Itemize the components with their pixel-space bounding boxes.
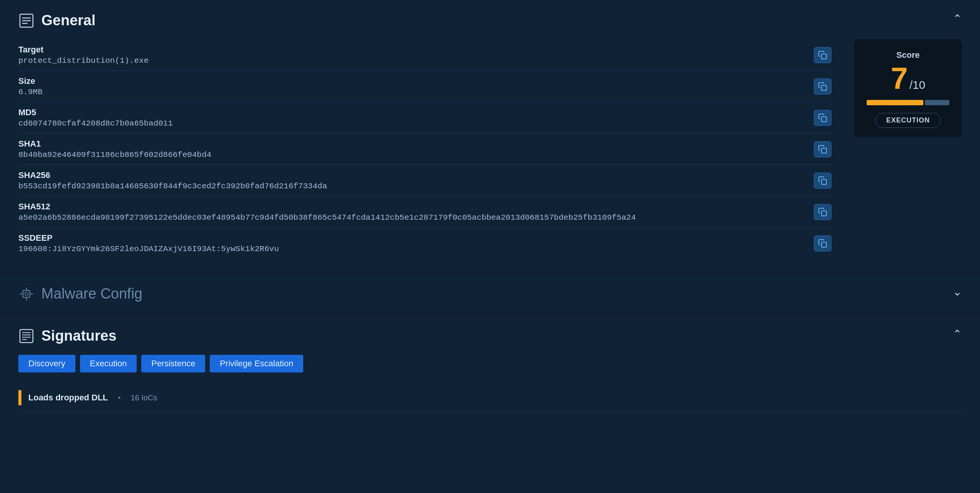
- field-value-size: 6.9MB: [18, 88, 806, 96]
- svg-rect-4: [822, 54, 826, 59]
- copy-button-ssdeep[interactable]: [814, 235, 831, 251]
- filter-tags: Discovery Execution Persistence Privileg…: [18, 355, 962, 372]
- score-value-wrapper: 7 /10: [891, 63, 925, 94]
- field-content-sha512: SHA512 a5e02a6b52886ecda98199f27395122e5…: [18, 202, 806, 222]
- chevron-up-icon-signatures: ⌃: [953, 328, 962, 340]
- filter-tag-privilege-escalation[interactable]: Privilege Escalation: [210, 355, 303, 372]
- score-bar-empty: [925, 100, 949, 105]
- copy-button-md5[interactable]: [814, 110, 831, 126]
- svg-rect-8: [822, 180, 826, 184]
- field-row-sha256: SHA256 b553cd19fefd923981b8a14685630f844…: [18, 165, 831, 196]
- field-label-ssdeep: SSDEEP: [18, 233, 806, 243]
- malware-config-section: Malware Config ⌄: [0, 273, 980, 315]
- svg-rect-11: [23, 291, 30, 297]
- general-section-header: General: [18, 12, 962, 29]
- signatures-section: Signatures ⌃ Discovery Execution Persist…: [0, 315, 980, 493]
- general-section: General ⌃ Target protect_distribution(1)…: [0, 0, 980, 273]
- field-value-sha256: b553cd19fefd923981b8a14685630f844f9c3ced…: [18, 182, 806, 191]
- field-content-md5: MD5 cd6074780cfaf4208d8c7b0a65bad011: [18, 108, 806, 128]
- malware-config-title: Malware Config: [41, 286, 142, 302]
- field-row-size: Size 6.9MB: [18, 71, 831, 102]
- field-row-md5: MD5 cd6074780cfaf4208d8c7b0a65bad011: [18, 102, 831, 134]
- filter-tag-discovery[interactable]: Discovery: [18, 355, 75, 372]
- score-card: Score 7 /10 EXECUTION: [854, 39, 962, 137]
- field-label-size: Size: [18, 76, 806, 86]
- field-content-target: Target protect_distribution(1).exe: [18, 45, 806, 65]
- score-badge: EXECUTION: [875, 113, 941, 128]
- score-bar: [867, 100, 949, 105]
- signature-row-loads-dropped-dll: Loads dropped DLL • 16 IoCs: [18, 383, 962, 413]
- score-label: Score: [896, 50, 920, 60]
- field-content-sha256: SHA256 b553cd19fefd923981b8a14685630f844…: [18, 170, 806, 191]
- field-value-md5: cd6074780cfaf4208d8c7b0a65bad011: [18, 119, 806, 128]
- signatures-title: Signatures: [41, 328, 116, 344]
- svg-rect-7: [822, 148, 826, 153]
- sig-name: Loads dropped DLL: [28, 393, 108, 403]
- field-content-sha1: SHA1 8b40ba92e46409f31186cb865f602d866fe…: [18, 139, 806, 159]
- field-label-md5: MD5: [18, 108, 806, 118]
- field-label-sha512: SHA512: [18, 202, 806, 212]
- field-value-ssdeep: 196608:Ji8YzGYYmk26SF2leoJDAIZAxjV16I93A…: [18, 245, 806, 253]
- general-title: General: [41, 12, 96, 29]
- filter-tag-persistence[interactable]: Persistence: [141, 355, 205, 372]
- signatures-icon: [18, 328, 34, 344]
- malware-config-header: Malware Config: [18, 286, 962, 302]
- copy-button-size[interactable]: [814, 78, 831, 95]
- field-row-sha1: SHA1 8b40ba92e46409f31186cb865f602d866fe…: [18, 134, 831, 165]
- copy-button-sha512[interactable]: [814, 204, 831, 220]
- field-content-size: Size 6.9MB: [18, 76, 806, 96]
- field-content-ssdeep: SSDEEP 196608:Ji8YzGYYmk26SF2leoJDAIZAxj…: [18, 233, 806, 253]
- field-row-sha512: SHA512 a5e02a6b52886ecda98199f27395122e5…: [18, 196, 831, 228]
- filter-tag-execution[interactable]: Execution: [80, 355, 137, 372]
- signatures-toggle-button[interactable]: ⌃: [953, 328, 962, 340]
- general-icon: [18, 13, 34, 29]
- svg-rect-5: [822, 85, 826, 90]
- svg-rect-6: [822, 117, 826, 122]
- malware-config-toggle-button[interactable]: ⌄: [953, 286, 962, 298]
- sig-count: 16 IoCs: [131, 393, 157, 402]
- sig-separator: •: [118, 393, 121, 403]
- score-number: 7: [891, 63, 908, 94]
- copy-button-sha1[interactable]: [814, 141, 831, 157]
- chevron-up-icon: ⌃: [953, 13, 962, 24]
- score-bar-filled: [867, 100, 923, 105]
- field-row-target: Target protect_distribution(1).exe: [18, 39, 831, 71]
- page-wrapper: General ⌃ Target protect_distribution(1)…: [0, 0, 980, 493]
- signatures-section-header: Signatures: [18, 328, 962, 344]
- copy-button-sha256[interactable]: [814, 173, 831, 189]
- general-content: Target protect_distribution(1).exe Size: [18, 39, 962, 259]
- field-value-sha1: 8b40ba92e46409f31186cb865f602d866fe04bd4: [18, 150, 806, 159]
- svg-rect-9: [822, 211, 826, 216]
- field-value-target: protect_distribution(1).exe: [18, 56, 806, 65]
- chevron-down-icon: ⌄: [953, 286, 962, 298]
- field-label-sha256: SHA256: [18, 170, 806, 180]
- malware-config-icon: [18, 286, 34, 302]
- field-row-ssdeep: SSDEEP 196608:Ji8YzGYYmk26SF2leoJDAIZAxj…: [18, 228, 831, 259]
- field-label-target: Target: [18, 45, 806, 55]
- general-fields: Target protect_distribution(1).exe Size: [18, 39, 831, 259]
- sig-indicator: [18, 390, 21, 405]
- svg-rect-17: [20, 330, 33, 343]
- field-label-sha1: SHA1: [18, 139, 806, 149]
- field-value-sha512: a5e02a6b52886ecda98199f27395122e5ddec03e…: [18, 213, 806, 222]
- score-denominator: /10: [909, 78, 925, 91]
- copy-button-target[interactable]: [814, 47, 831, 63]
- general-toggle-button[interactable]: ⌃: [953, 12, 962, 25]
- svg-point-16: [25, 292, 28, 295]
- svg-rect-10: [822, 242, 826, 247]
